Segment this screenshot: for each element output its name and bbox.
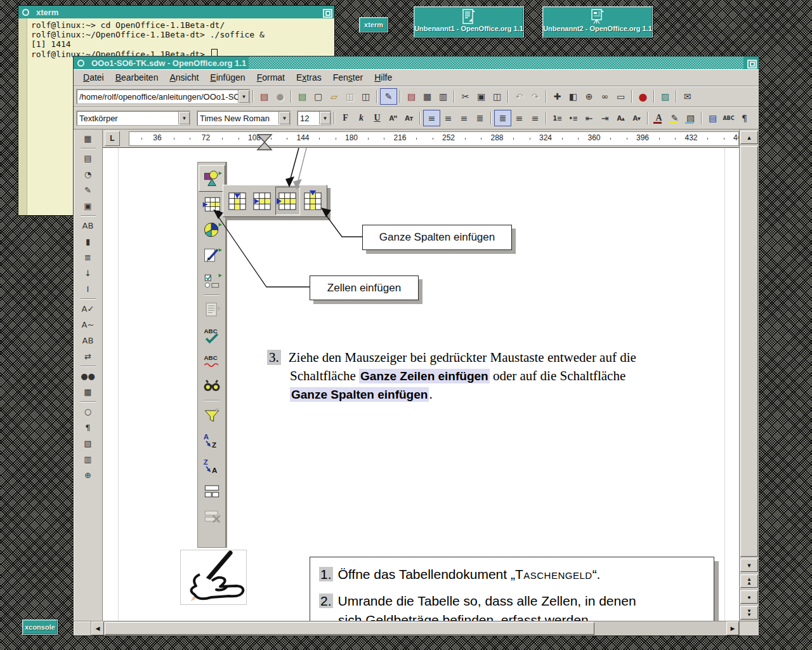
character-dialog-button[interactable]: ▤: [705, 110, 721, 126]
document-view[interactable]: ABCABCAZZA Ganz: [103, 148, 739, 621]
menu-fenster[interactable]: Fenster: [327, 72, 369, 83]
nonprinting-characters-icon[interactable]: ¶: [79, 420, 97, 435]
xconsole-minimized-icon[interactable]: xconsole: [22, 620, 58, 635]
tab-type-selector[interactable]: L: [105, 131, 120, 146]
scroll-up-icon[interactable]: ▲: [740, 131, 758, 144]
vertical-scroll-thumb[interactable]: [740, 146, 758, 557]
gallery-icon[interactable]: ▨: [657, 89, 673, 104]
font-name-value[interactable]: Times New Roman: [197, 114, 278, 123]
spellcheck-icon[interactable]: A✓: [79, 301, 97, 317]
italic-button[interactable]: k: [353, 110, 369, 126]
previous-page-icon[interactable]: ▲▲: [740, 574, 758, 588]
xterm-minimized-icon[interactable]: xterm: [359, 17, 388, 32]
chevron-down-icon[interactable]: ▼: [178, 112, 190, 124]
menu-format[interactable]: Format: [251, 72, 291, 83]
edit-document-icon[interactable]: ▤: [256, 89, 272, 104]
scroll-down-icon[interactable]: ▼: [740, 559, 758, 572]
url-combobox[interactable]: /home/rolf/openoffice/anleitungen/OOo1-S…: [76, 89, 250, 104]
numbered-list-button[interactable]: 1≡: [549, 110, 565, 126]
new-document-icon[interactable]: ▢: [310, 89, 326, 104]
minimized-window-unbenannt2[interactable]: Unbenannt2 - OpenOffice.org 1.1: [542, 6, 653, 37]
graphics-toggle-icon[interactable]: ▧: [79, 435, 97, 451]
superscript-button[interactable]: Aᴴ: [385, 110, 401, 126]
fullscreen-icon[interactable]: ▭: [613, 89, 629, 104]
draw-functions-icon[interactable]: ✎: [79, 182, 97, 198]
record-macro-icon[interactable]: ●: [635, 89, 651, 104]
insert-hyperlink-icon[interactable]: ∞: [597, 89, 613, 104]
maximize-icon[interactable]: [322, 8, 332, 17]
chevron-down-icon[interactable]: ▼: [319, 112, 331, 124]
xterm-titlebar[interactable]: xterm: [18, 6, 334, 18]
menu-bearbeiten[interactable]: Bearbeiten: [110, 72, 164, 83]
menu-hilfe[interactable]: Hilfe: [369, 72, 398, 83]
decrease-font-button[interactable]: A▾: [629, 110, 645, 126]
navigator-icon[interactable]: ✚: [549, 89, 565, 104]
align-right-button[interactable]: ≡: [456, 110, 472, 126]
data-sources-icon[interactable]: ▦: [79, 384, 97, 400]
exercise-text-frame[interactable]: 1.Öffne das Tabellendokument „Taschengel…: [310, 557, 714, 621]
text-cursor-icon[interactable]: I: [79, 281, 97, 297]
font-name-combobox[interactable]: Times New Roman ▼: [197, 110, 291, 126]
decrease-indent-button[interactable]: ⇤: [581, 110, 597, 126]
url-value[interactable]: /home/rolf/openoffice/anleitungen/OOo1-S…: [77, 92, 238, 102]
insert-icon[interactable]: ▤: [79, 150, 97, 166]
line-spacing-15-button[interactable]: ≡: [511, 110, 527, 126]
document-paragraph-3[interactable]: 3.Ziehe den Mauszeiger bei gedrückter Ma…: [267, 348, 734, 404]
paste-icon[interactable]: ◫: [489, 89, 505, 104]
autocorrect-button[interactable]: ABC: [721, 110, 737, 126]
maximize-icon[interactable]: [746, 58, 757, 68]
insert-object-icon[interactable]: ◔: [79, 166, 97, 182]
find-replace-icon[interactable]: AB: [79, 333, 97, 348]
online-layout-icon[interactable]: ▥: [79, 451, 97, 467]
insert-index-icon[interactable]: ↓: [79, 265, 97, 281]
horizontal-scrollbar[interactable]: ◀ ▶: [74, 621, 759, 635]
numbering-icon[interactable]: ≣: [79, 249, 97, 265]
font-size-value[interactable]: 12: [298, 114, 319, 123]
stylist-icon[interactable]: ◧: [565, 89, 581, 104]
menu-datei[interactable]: Datei: [77, 72, 110, 83]
highlighting-button[interactable]: ✎: [667, 110, 683, 126]
edit-mode-icon[interactable]: ✎: [380, 88, 397, 105]
hyperlink-dialog-icon[interactable]: ⊕: [581, 89, 597, 104]
chevron-down-icon[interactable]: ▼: [238, 90, 249, 103]
autotext-icon[interactable]: AB: [79, 218, 97, 234]
zoom-icon[interactable]: ○: [79, 404, 97, 420]
menu-extras[interactable]: Extras: [291, 72, 327, 83]
autospellcheck-icon[interactable]: A~: [79, 317, 97, 333]
next-page-icon[interactable]: ▼▼: [740, 606, 758, 620]
search-icon[interactable]: ●●: [79, 368, 97, 384]
paragraph-dialog-button[interactable]: ¶: [737, 110, 752, 126]
window-titlebar[interactable]: OOo1-SO6-TK.sdw - OpenOffice.org 1.1: [74, 56, 759, 69]
insert-table-icon[interactable]: ▦: [79, 131, 97, 147]
printer-icon[interactable]: ▦: [419, 89, 435, 104]
new-from-template-icon[interactable]: ▤: [294, 89, 310, 104]
underline-button[interactable]: U: [369, 110, 385, 126]
navigation-dot-icon[interactable]: ●: [740, 590, 758, 604]
line-spacing-1-button[interactable]: ≣: [494, 110, 511, 126]
xterm-scrollbar[interactable]: [18, 18, 27, 215]
window-menu-icon[interactable]: [75, 58, 86, 68]
open-document-icon[interactable]: ▱: [326, 89, 342, 104]
align-left-button[interactable]: ≡: [423, 110, 440, 126]
horizontal-ruler[interactable]: 3672108144180216252288324360396432468: [129, 131, 739, 146]
copy-document-icon[interactable]: ◫: [358, 89, 374, 104]
scroll-right-icon[interactable]: ▶: [726, 621, 739, 635]
font-color-button[interactable]: A: [651, 110, 667, 126]
menu-ansicht[interactable]: Ansicht: [164, 72, 204, 83]
page-preview-icon[interactable]: ▥: [435, 89, 451, 104]
chevron-down-icon[interactable]: ▼: [278, 112, 290, 124]
form-functions-icon[interactable]: ▣: [79, 198, 97, 214]
align-center-button[interactable]: ≡: [440, 110, 456, 126]
menu-einfgen[interactable]: Einfügen: [204, 72, 251, 83]
bullet-list-button[interactable]: •≡: [565, 110, 581, 126]
minimized-window-unbenannt1[interactable]: Unbenannt1 - OpenOffice.org 1.1: [414, 6, 524, 37]
thesaurus-icon[interactable]: ⇄: [79, 348, 97, 364]
increase-indent-button[interactable]: ⇥: [597, 110, 613, 126]
horizontal-scroll-track[interactable]: [104, 621, 726, 635]
paragraph-style-value[interactable]: Textkörper: [77, 114, 178, 123]
window-menu-icon[interactable]: [20, 8, 31, 17]
paragraph-background-button[interactable]: ▧: [683, 110, 698, 126]
horizontal-scroll-thumb[interactable]: [105, 622, 594, 635]
bold-button[interactable]: F: [337, 110, 353, 126]
cut-icon[interactable]: ✂: [457, 89, 473, 104]
